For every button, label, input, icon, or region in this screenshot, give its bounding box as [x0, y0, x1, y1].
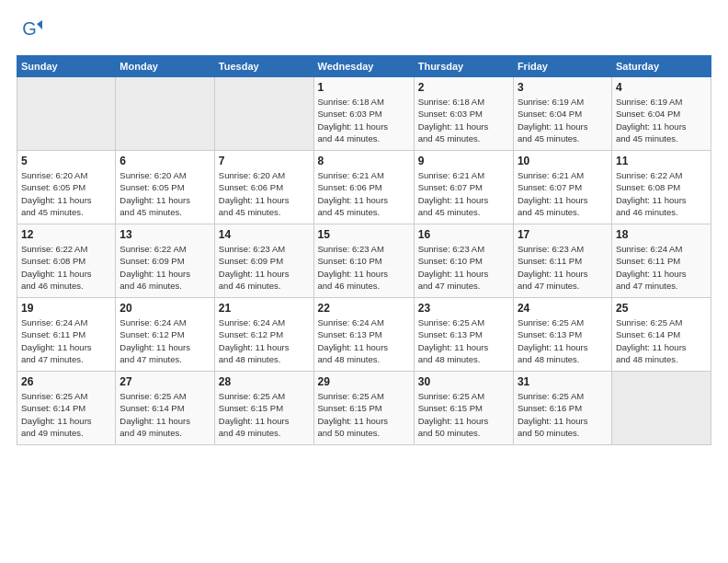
day-info: Sunrise: 6:18 AM Sunset: 6:03 PM Dayligh… [418, 96, 509, 144]
day-number: 9 [418, 155, 509, 167]
day-number: 24 [518, 302, 608, 315]
svg-text:G: G [22, 18, 37, 39]
calendar-cell: 16Sunrise: 6:23 AM Sunset: 6:10 PM Dayli… [414, 224, 513, 298]
calendar-cell: 17Sunrise: 6:23 AM Sunset: 6:11 PM Dayli… [513, 224, 611, 298]
calendar-cell: 7Sunrise: 6:20 AM Sunset: 6:06 PM Daylig… [214, 151, 313, 224]
day-number: 27 [119, 375, 210, 388]
day-number: 5 [21, 155, 111, 167]
day-number: 22 [318, 302, 410, 315]
day-info: Sunrise: 6:24 AM Sunset: 6:13 PM Dayligh… [318, 316, 410, 365]
calendar-cell: 27Sunrise: 6:25 AM Sunset: 6:14 PM Dayli… [116, 372, 214, 445]
weekday-header-tuesday: Tuesday [214, 56, 313, 77]
calendar-cell: 28Sunrise: 6:25 AM Sunset: 6:15 PM Dayli… [214, 372, 313, 445]
calendar-cell: 14Sunrise: 6:23 AM Sunset: 6:09 PM Dayli… [214, 224, 313, 298]
calendar-cell: 5Sunrise: 6:20 AM Sunset: 6:05 PM Daylig… [17, 151, 116, 224]
day-info: Sunrise: 6:18 AM Sunset: 6:03 PM Dayligh… [318, 96, 410, 144]
calendar-cell: 8Sunrise: 6:21 AM Sunset: 6:06 PM Daylig… [313, 151, 414, 224]
day-info: Sunrise: 6:25 AM Sunset: 6:14 PM Dayligh… [119, 390, 210, 439]
calendar-cell [116, 77, 214, 151]
day-number: 21 [219, 302, 310, 315]
week-row-5: 26Sunrise: 6:25 AM Sunset: 6:14 PM Dayli… [17, 372, 711, 445]
calendar: SundayMondayTuesdayWednesdayThursdayFrid… [17, 55, 711, 445]
calendar-cell: 2Sunrise: 6:18 AM Sunset: 6:03 PM Daylig… [414, 77, 513, 151]
day-number: 28 [219, 375, 310, 388]
day-number: 31 [518, 375, 608, 388]
week-row-1: 1Sunrise: 6:18 AM Sunset: 6:03 PM Daylig… [17, 77, 711, 151]
calendar-cell [17, 77, 116, 151]
day-info: Sunrise: 6:23 AM Sunset: 6:10 PM Dayligh… [318, 243, 410, 292]
day-number: 16 [418, 228, 509, 241]
day-info: Sunrise: 6:23 AM Sunset: 6:09 PM Dayligh… [219, 243, 310, 292]
calendar-cell: 18Sunrise: 6:24 AM Sunset: 6:11 PM Dayli… [611, 224, 711, 298]
day-number: 12 [21, 228, 111, 241]
day-info: Sunrise: 6:25 AM Sunset: 6:13 PM Dayligh… [418, 316, 509, 365]
day-info: Sunrise: 6:23 AM Sunset: 6:10 PM Dayligh… [418, 243, 509, 292]
day-number: 13 [119, 228, 210, 241]
calendar-cell: 11Sunrise: 6:22 AM Sunset: 6:08 PM Dayli… [611, 151, 711, 224]
calendar-body: 1Sunrise: 6:18 AM Sunset: 6:03 PM Daylig… [17, 77, 711, 445]
day-number: 3 [518, 81, 608, 94]
day-info: Sunrise: 6:22 AM Sunset: 6:09 PM Dayligh… [119, 243, 210, 292]
week-row-4: 19Sunrise: 6:24 AM Sunset: 6:11 PM Dayli… [17, 298, 711, 372]
weekday-header-row: SundayMondayTuesdayWednesdayThursdayFrid… [17, 56, 711, 77]
calendar-cell: 4Sunrise: 6:19 AM Sunset: 6:04 PM Daylig… [611, 77, 711, 151]
day-info: Sunrise: 6:25 AM Sunset: 6:15 PM Dayligh… [219, 390, 310, 439]
calendar-cell [611, 372, 711, 445]
day-info: Sunrise: 6:25 AM Sunset: 6:15 PM Dayligh… [318, 390, 410, 439]
day-number: 4 [616, 81, 707, 94]
day-number: 29 [318, 375, 410, 388]
weekday-header-monday: Monday [116, 56, 214, 77]
calendar-cell: 1Sunrise: 6:18 AM Sunset: 6:03 PM Daylig… [313, 77, 414, 151]
day-number: 14 [219, 228, 310, 241]
day-info: Sunrise: 6:24 AM Sunset: 6:11 PM Dayligh… [21, 316, 111, 365]
day-number: 2 [418, 81, 509, 94]
day-number: 15 [318, 228, 410, 241]
day-number: 1 [318, 81, 410, 94]
day-number: 10 [518, 155, 608, 167]
day-info: Sunrise: 6:20 AM Sunset: 6:05 PM Dayligh… [21, 169, 111, 218]
calendar-cell: 21Sunrise: 6:24 AM Sunset: 6:12 PM Dayli… [214, 298, 313, 372]
day-number: 20 [119, 302, 210, 315]
day-number: 6 [119, 155, 210, 167]
calendar-cell: 30Sunrise: 6:25 AM Sunset: 6:15 PM Dayli… [414, 372, 513, 445]
calendar-cell: 9Sunrise: 6:21 AM Sunset: 6:07 PM Daylig… [414, 151, 513, 224]
calendar-cell: 6Sunrise: 6:20 AM Sunset: 6:05 PM Daylig… [116, 151, 214, 224]
calendar-cell: 25Sunrise: 6:25 AM Sunset: 6:14 PM Dayli… [611, 298, 711, 372]
logo-icon: G [17, 17, 42, 42]
day-info: Sunrise: 6:23 AM Sunset: 6:11 PM Dayligh… [518, 243, 608, 292]
day-info: Sunrise: 6:22 AM Sunset: 6:08 PM Dayligh… [21, 243, 111, 292]
calendar-cell: 26Sunrise: 6:25 AM Sunset: 6:14 PM Dayli… [17, 372, 116, 445]
day-info: Sunrise: 6:19 AM Sunset: 6:04 PM Dayligh… [518, 96, 608, 144]
logo: G [17, 17, 45, 46]
calendar-cell: 31Sunrise: 6:25 AM Sunset: 6:16 PM Dayli… [513, 372, 611, 445]
calendar-cell: 13Sunrise: 6:22 AM Sunset: 6:09 PM Dayli… [116, 224, 214, 298]
day-number: 26 [21, 375, 111, 388]
day-number: 11 [616, 155, 707, 167]
week-row-3: 12Sunrise: 6:22 AM Sunset: 6:08 PM Dayli… [17, 224, 711, 298]
day-info: Sunrise: 6:21 AM Sunset: 6:07 PM Dayligh… [418, 169, 509, 218]
calendar-cell: 20Sunrise: 6:24 AM Sunset: 6:12 PM Dayli… [116, 298, 214, 372]
day-info: Sunrise: 6:20 AM Sunset: 6:05 PM Dayligh… [119, 169, 210, 218]
week-row-2: 5Sunrise: 6:20 AM Sunset: 6:05 PM Daylig… [17, 151, 711, 224]
day-info: Sunrise: 6:25 AM Sunset: 6:14 PM Dayligh… [616, 316, 707, 365]
calendar-cell: 29Sunrise: 6:25 AM Sunset: 6:15 PM Dayli… [313, 372, 414, 445]
calendar-cell: 10Sunrise: 6:21 AM Sunset: 6:07 PM Dayli… [513, 151, 611, 224]
header: G [17, 17, 711, 46]
day-number: 19 [21, 302, 111, 315]
calendar-cell: 15Sunrise: 6:23 AM Sunset: 6:10 PM Dayli… [313, 224, 414, 298]
day-number: 7 [219, 155, 310, 167]
day-info: Sunrise: 6:24 AM Sunset: 6:12 PM Dayligh… [119, 316, 210, 365]
day-info: Sunrise: 6:19 AM Sunset: 6:04 PM Dayligh… [616, 96, 707, 144]
calendar-cell [214, 77, 313, 151]
day-number: 25 [616, 302, 707, 315]
day-info: Sunrise: 6:25 AM Sunset: 6:13 PM Dayligh… [518, 316, 608, 365]
day-info: Sunrise: 6:25 AM Sunset: 6:14 PM Dayligh… [21, 390, 111, 439]
calendar-cell: 23Sunrise: 6:25 AM Sunset: 6:13 PM Dayli… [414, 298, 513, 372]
calendar-cell: 3Sunrise: 6:19 AM Sunset: 6:04 PM Daylig… [513, 77, 611, 151]
calendar-header: SundayMondayTuesdayWednesdayThursdayFrid… [17, 56, 711, 77]
day-info: Sunrise: 6:25 AM Sunset: 6:16 PM Dayligh… [518, 390, 608, 439]
day-number: 18 [616, 228, 707, 241]
weekday-header-thursday: Thursday [414, 56, 513, 77]
calendar-cell: 12Sunrise: 6:22 AM Sunset: 6:08 PM Dayli… [17, 224, 116, 298]
weekday-header-saturday: Saturday [611, 56, 711, 77]
